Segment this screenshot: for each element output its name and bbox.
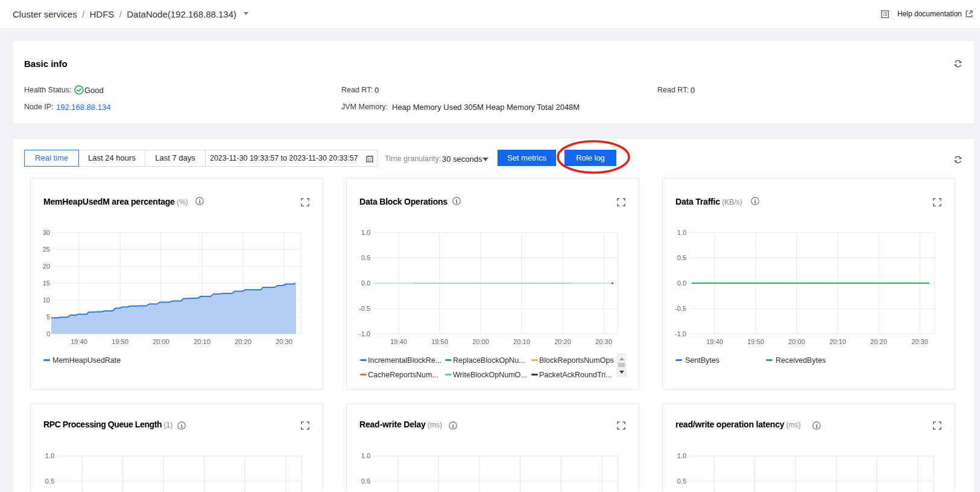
svg-text:19:50: 19:50 bbox=[431, 338, 448, 345]
svg-text:0.5: 0.5 bbox=[677, 478, 686, 485]
svg-text:20:20: 20:20 bbox=[870, 338, 887, 345]
svg-text:5: 5 bbox=[46, 313, 50, 321]
svg-text:20:20: 20:20 bbox=[235, 338, 251, 345]
svg-text:0: 0 bbox=[46, 330, 50, 337]
svg-text:20:10: 20:10 bbox=[194, 338, 210, 345]
svg-text:20:30: 20:30 bbox=[276, 338, 292, 345]
svg-text:19:40: 19:40 bbox=[390, 338, 407, 345]
svg-text:30: 30 bbox=[43, 229, 50, 236]
svg-text:20: 20 bbox=[43, 263, 50, 270]
svg-text:0.5: 0.5 bbox=[361, 254, 370, 261]
svg-text:-0.5: -0.5 bbox=[359, 305, 370, 312]
svg-text:1.0: 1.0 bbox=[361, 229, 370, 236]
svg-text:20:10: 20:10 bbox=[513, 338, 530, 345]
svg-text:1.0: 1.0 bbox=[45, 452, 54, 459]
svg-text:20:20: 20:20 bbox=[554, 338, 571, 345]
svg-text:-1.0: -1.0 bbox=[359, 330, 370, 337]
svg-text:19:40: 19:40 bbox=[706, 338, 723, 345]
svg-text:0.5: 0.5 bbox=[45, 478, 54, 485]
svg-text:0.0: 0.0 bbox=[361, 280, 370, 287]
svg-text:20:00: 20:00 bbox=[472, 338, 489, 345]
svg-text:20:30: 20:30 bbox=[595, 338, 612, 345]
svg-text:19:50: 19:50 bbox=[112, 338, 128, 345]
svg-text:0.5: 0.5 bbox=[677, 254, 686, 261]
svg-text:1.0: 1.0 bbox=[361, 452, 370, 459]
svg-text:15: 15 bbox=[43, 280, 50, 287]
svg-text:20:10: 20:10 bbox=[829, 338, 846, 345]
svg-text:19:50: 19:50 bbox=[747, 338, 764, 345]
svg-text:20:00: 20:00 bbox=[153, 338, 169, 345]
svg-text:19:40: 19:40 bbox=[71, 338, 87, 345]
svg-text:1.0: 1.0 bbox=[677, 452, 686, 459]
svg-text:0.0: 0.0 bbox=[677, 280, 686, 287]
svg-text:-0.5: -0.5 bbox=[675, 305, 686, 312]
svg-text:10: 10 bbox=[43, 296, 50, 304]
svg-text:0.5: 0.5 bbox=[361, 478, 370, 485]
svg-text:20:30: 20:30 bbox=[911, 338, 928, 345]
svg-text:20:00: 20:00 bbox=[788, 338, 805, 345]
svg-text:-1.0: -1.0 bbox=[675, 330, 686, 337]
svg-text:25: 25 bbox=[43, 246, 50, 253]
svg-text:1.0: 1.0 bbox=[677, 229, 686, 236]
